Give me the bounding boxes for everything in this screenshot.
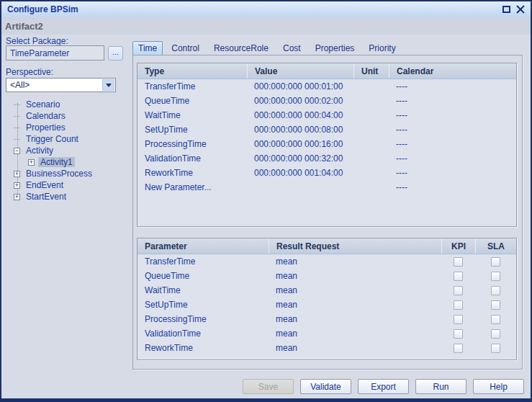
cell-calendar: ---- xyxy=(389,81,516,91)
kpi-checkbox[interactable] xyxy=(454,272,463,281)
result-table-row-setuptime[interactable]: SetUpTimemean xyxy=(137,298,516,312)
tree-item-calendars[interactable]: Calendars xyxy=(3,110,132,122)
tree-item-endevent[interactable]: +EndEvent xyxy=(3,179,132,191)
result-request-table: Parameter Result Request KPI SLA Transfe… xyxy=(137,238,517,360)
kpi-checkbox[interactable] xyxy=(454,300,463,310)
save-button: Save xyxy=(243,379,294,394)
validate-button[interactable]: Validate xyxy=(300,379,351,394)
time-table-row-waittime[interactable]: WaitTime000:000:000 000:04:00---- xyxy=(137,108,516,122)
sla-checkbox[interactable] xyxy=(491,286,500,295)
cell-value: 000:000:000 000:16:00 xyxy=(247,139,353,149)
artifact-header: Artifact2 xyxy=(1,17,531,35)
kpi-checkbox[interactable] xyxy=(454,286,463,295)
time-table-row-validationtime[interactable]: ValidationTime000:000:000 000:32:00---- xyxy=(137,151,516,166)
package-input[interactable] xyxy=(6,45,104,61)
cell-result-request: mean xyxy=(269,256,441,267)
time-parameters-table: Type Value Unit Calendar TransferTime000… xyxy=(137,63,517,227)
configure-bpsim-dialog: Configure BPSim Artifact2 Select Package… xyxy=(0,0,532,402)
time-table-row-new-parameter[interactable]: New Parameter...---- xyxy=(137,180,516,195)
sla-checkbox[interactable] xyxy=(491,257,500,267)
cell-type: QueueTime xyxy=(137,96,247,106)
cell-calendar: ---- xyxy=(389,110,516,120)
tree-item-activity[interactable]: −Activity xyxy=(3,145,132,156)
tab-bar: TimeControlResourceRoleCostPropertiesPri… xyxy=(132,41,405,55)
cell-parameter: SetUpTime xyxy=(137,300,269,310)
tab-cost[interactable]: Cost xyxy=(277,41,307,55)
tree-item-trigger-count[interactable]: Trigger Count xyxy=(3,133,132,145)
kpi-checkbox[interactable] xyxy=(454,344,463,353)
footer-button-bar: SaveValidateExportRunHelp xyxy=(243,379,524,394)
tree-item-activity1[interactable]: +Activity1 xyxy=(3,156,132,168)
package-tree: ScenarioCalendarsPropertiesTrigger Count… xyxy=(3,99,132,202)
perspective-select[interactable]: <All> xyxy=(6,78,116,92)
sla-checkbox[interactable] xyxy=(491,272,500,281)
tree-item-properties[interactable]: Properties xyxy=(3,122,132,133)
cell-sla xyxy=(475,315,516,324)
result-table-row-reworktime[interactable]: ReworkTimemean xyxy=(137,341,516,355)
tree-item-startevent[interactable]: +StartEvent xyxy=(3,191,132,202)
tree-connector xyxy=(14,139,20,140)
cell-parameter: QueueTime xyxy=(137,271,269,281)
tree-item-label: Activity1 xyxy=(38,157,75,167)
maximize-icon[interactable] xyxy=(502,6,510,13)
artifact-name: Artifact2 xyxy=(5,21,43,32)
window-controls xyxy=(502,5,525,14)
help-button[interactable]: Help xyxy=(473,379,524,394)
time-table-body: TransferTime000:000:000 000:01:00----Que… xyxy=(137,79,516,195)
expand-icon[interactable]: + xyxy=(14,171,20,177)
chevron-down-icon xyxy=(106,84,112,87)
cell-result-request: mean xyxy=(269,329,441,339)
time-table-row-setuptime[interactable]: SetUpTime000:000:000 000:08:00---- xyxy=(137,122,516,137)
result-table-row-processingtime[interactable]: ProcessingTimemean xyxy=(137,312,516,326)
sla-checkbox[interactable] xyxy=(491,329,500,339)
sla-checkbox[interactable] xyxy=(491,315,500,324)
column-header-result-request: Result Request xyxy=(269,238,441,254)
expand-icon[interactable]: + xyxy=(14,182,20,189)
tab-time[interactable]: Time xyxy=(132,41,163,55)
result-table-row-queuetime[interactable]: QueueTimemean xyxy=(137,269,516,283)
tree-item-scenario[interactable]: Scenario xyxy=(3,99,132,110)
title-bar[interactable]: Configure BPSim xyxy=(1,1,531,17)
browse-package-button[interactable]: ... xyxy=(108,46,123,61)
tab-priority[interactable]: Priority xyxy=(363,41,401,55)
tab-properties[interactable]: Properties xyxy=(310,41,361,55)
cell-type: ProcessingTime xyxy=(137,139,247,149)
dropdown-button[interactable] xyxy=(102,79,114,91)
cell-value: 000:000:000 000:08:00 xyxy=(247,125,353,135)
run-button[interactable]: Run xyxy=(415,379,466,394)
time-table-row-queuetime[interactable]: QueueTime000:000:000 000:02:00---- xyxy=(137,94,516,108)
result-table-row-waittime[interactable]: WaitTimemean xyxy=(137,283,516,298)
cell-type: WaitTime xyxy=(137,110,247,120)
kpi-checkbox[interactable] xyxy=(454,315,463,324)
collapse-icon[interactable]: − xyxy=(14,148,20,154)
export-button[interactable]: Export xyxy=(358,379,409,394)
time-table-row-transfertime[interactable]: TransferTime000:000:000 000:01:00---- xyxy=(137,79,516,94)
tab-resourcerole[interactable]: ResourceRole xyxy=(208,41,274,55)
time-table-row-processingtime[interactable]: ProcessingTime000:000:000 000:16:00---- xyxy=(137,137,516,151)
tree-item-label: Trigger Count xyxy=(24,134,81,144)
expand-icon[interactable]: + xyxy=(14,194,20,200)
cell-type: ValidationTime xyxy=(137,153,247,164)
cell-kpi xyxy=(441,344,475,353)
time-table-row-reworktime[interactable]: ReworkTime000:000:000 001:04:00---- xyxy=(137,166,516,180)
sla-checkbox[interactable] xyxy=(491,300,500,310)
window-title: Configure BPSim xyxy=(7,4,78,14)
cell-calendar: ---- xyxy=(389,139,516,149)
column-header-calendar: Calendar xyxy=(389,63,516,79)
close-icon[interactable] xyxy=(516,5,525,14)
cell-result-request: mean xyxy=(269,343,441,353)
tree-item-businessprocess[interactable]: +BusinessProcess xyxy=(3,168,132,179)
sla-checkbox[interactable] xyxy=(491,344,500,353)
result-table-row-validationtime[interactable]: ValidationTimemean xyxy=(137,326,516,341)
cell-sla xyxy=(475,272,516,281)
kpi-checkbox[interactable] xyxy=(454,257,463,267)
result-table-row-transfertime[interactable]: TransferTimemean xyxy=(137,254,516,269)
expand-icon[interactable]: + xyxy=(28,159,35,166)
cell-calendar: ---- xyxy=(389,153,516,164)
tab-control[interactable]: Control xyxy=(166,41,205,55)
cell-sla xyxy=(475,344,516,353)
cell-kpi xyxy=(441,257,475,267)
kpi-checkbox[interactable] xyxy=(454,329,463,339)
cell-type: ReworkTime xyxy=(137,168,247,178)
cell-type: SetUpTime xyxy=(137,125,247,135)
